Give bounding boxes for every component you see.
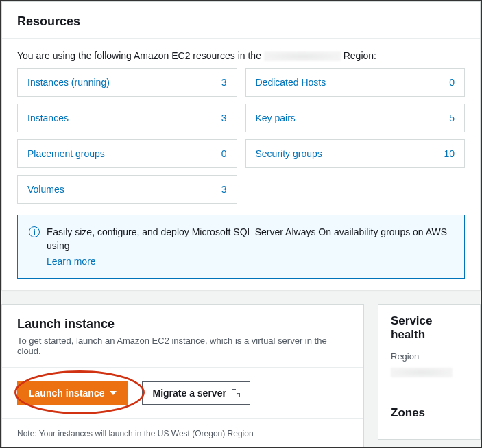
tile-count: 3 [221, 184, 227, 195]
region-value-redacted [391, 368, 453, 377]
tile-security-groups[interactable]: Security groups 10 [245, 139, 466, 168]
tile-instances-running[interactable]: Instances (running) 3 [17, 68, 237, 97]
tile-label: Security groups [256, 148, 322, 159]
tile-dedicated-hosts[interactable]: Dedicated Hosts 0 [245, 68, 466, 97]
launch-instance-button[interactable]: Launch instance [17, 381, 128, 405]
tile-count: 0 [449, 77, 455, 88]
tile-label: Volumes [27, 184, 64, 195]
tile-instances[interactable]: Instances 3 [17, 104, 237, 132]
tile-label: Instances [27, 113, 69, 123]
tile-count: 5 [449, 113, 455, 123]
service-health-panel: Service health Region Zones [378, 304, 481, 440]
info-icon [29, 226, 40, 237]
service-health-title: Service health [391, 314, 468, 342]
launch-title: Launch instance [2, 305, 363, 331]
resources-panel: Resources You are using the following Am… [1, 1, 481, 290]
divider [378, 392, 480, 392]
launch-note: Note: Your instances will launch in the … [2, 419, 363, 448]
intro-prefix: You are using the following Amazon EC2 r… [17, 50, 264, 61]
tile-key-pairs[interactable]: Key pairs 5 [245, 104, 466, 132]
region-redacted [264, 51, 341, 61]
tile-volumes[interactable]: Volumes 3 [17, 175, 237, 204]
tile-count: 3 [221, 113, 227, 123]
region-label: Region [391, 351, 468, 362]
migrate-server-button[interactable]: Migrate a server [142, 381, 250, 405]
tile-label: Dedicated Hosts [256, 77, 326, 88]
launch-instance-panel: Launch instance To get started, launch a… [1, 304, 364, 448]
migrate-button-label: Migrate a server [152, 388, 226, 399]
banner-learn-more-link[interactable]: Learn more [47, 255, 96, 268]
tile-placement-groups[interactable]: Placement groups 0 [17, 139, 237, 168]
launch-desc: To get started, launch an Amazon EC2 ins… [2, 331, 363, 368]
external-link-icon [232, 389, 240, 397]
tile-label: Placement groups [27, 148, 105, 159]
tile-label: Key pairs [256, 113, 296, 123]
chevron-down-icon [110, 391, 117, 395]
intro-suffix: Region: [341, 50, 376, 61]
resources-title: Resources [2, 2, 480, 39]
launch-button-label: Launch instance [29, 388, 104, 399]
tile-count: 0 [221, 148, 227, 159]
banner-text: Easily size, configure, and deploy Micro… [47, 226, 447, 251]
resources-intro: You are using the following Amazon EC2 r… [17, 50, 465, 61]
tile-label: Instances (running) [27, 77, 110, 88]
zones-title: Zones [391, 406, 468, 420]
info-banner: Easily size, configure, and deploy Micro… [17, 215, 465, 279]
tile-count: 3 [221, 77, 227, 88]
tile-count: 10 [444, 148, 455, 159]
